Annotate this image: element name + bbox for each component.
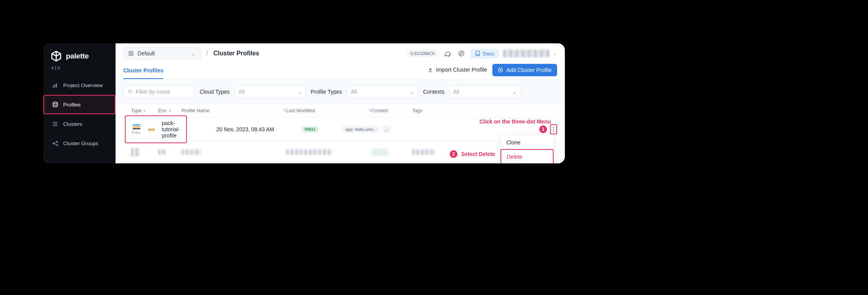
annotation-step1-badge: 1	[539, 125, 547, 133]
chevron-down-icon: ⌄	[409, 89, 414, 95]
cloud-types-value: All	[239, 89, 245, 95]
list-icon	[52, 121, 59, 127]
tag-more[interactable]: ...	[383, 126, 391, 133]
cloud-types-select[interactable]: All ⌄	[235, 85, 306, 98]
add-cluster-profile-button[interactable]: Add Cluster Profile	[492, 64, 557, 76]
contexts-select[interactable]: All ⌄	[449, 85, 521, 98]
chevron-down-icon: ⌄	[512, 89, 517, 95]
svg-point-24	[553, 129, 554, 130]
annotation-step2-badge: 2	[450, 150, 457, 158]
aws-logo-icon: aws	[148, 127, 155, 132]
chevron-down-icon: ⌄	[297, 89, 302, 95]
book-icon	[475, 51, 480, 56]
dots-vertical-icon	[553, 127, 554, 132]
database-icon	[52, 101, 59, 108]
profile-types-label: Profile Types	[311, 89, 342, 95]
chat-icon[interactable]	[442, 48, 452, 58]
profile-types-select[interactable]: All ⌄	[347, 85, 418, 98]
svg-rect-0	[53, 85, 53, 87]
main-content: Default ⌄ / Cluster Profiles 0.61/100kCh…	[116, 43, 565, 163]
table-row[interactable]: 2 Select Delete Clone Delete	[116, 142, 565, 163]
sidebar-item-label: Clusters	[63, 121, 83, 127]
last-modified-value: 20 Nov, 2023, 08:43 AM	[216, 126, 302, 132]
brand-name: palette	[66, 52, 89, 60]
import-cluster-profile-button[interactable]: Import Cluster Profile	[428, 67, 487, 77]
profile-types-value: All	[351, 89, 357, 95]
add-label: Add Cluster Profile	[506, 67, 552, 73]
menu-item-delete[interactable]: Delete	[500, 149, 554, 163]
sidebar-item-project-overview[interactable]: Project Overview	[43, 75, 116, 95]
svg-line-11	[54, 143, 57, 145]
sidebar-item-clusters[interactable]: Clusters	[43, 114, 116, 134]
sidebar-item-profiles[interactable]: Profiles	[43, 95, 116, 114]
topbar-right: 0.61/100kCh Docs ⌄	[407, 48, 557, 58]
cloud-types-label: Cloud Types	[200, 89, 230, 95]
docs-button[interactable]: Docs	[470, 49, 499, 58]
three-dot-menu-button[interactable]	[550, 124, 557, 134]
scope-selector[interactable]: Default ⌄	[123, 47, 201, 60]
chevron-down-icon: ⌄	[191, 50, 196, 57]
sort-icon: ⇅	[168, 109, 171, 113]
annotation-step2-text: Select Delete	[461, 151, 495, 157]
sidebar: palette 4.1.9 Project Overview Profiles …	[43, 43, 116, 163]
col-type[interactable]: Type⇅	[131, 108, 158, 113]
search-input[interactable]: Filter by name	[123, 85, 195, 98]
nodes-icon	[52, 140, 59, 147]
user-menu[interactable]	[503, 50, 549, 57]
type-label: FULL	[132, 130, 141, 134]
annotation-step2: 2 Select Delete	[450, 150, 495, 158]
breadcrumb-current: Cluster Profiles	[213, 50, 259, 57]
app-window: palette 4.1.9 Project Overview Profiles …	[43, 43, 565, 163]
col-env[interactable]: Env⇅	[158, 108, 181, 113]
sidebar-item-label: Cluster Groups	[63, 141, 98, 146]
download-icon	[428, 67, 433, 72]
table-row[interactable]: Click on the three-dot Menu FULL aws pac…	[116, 118, 565, 142]
col-name[interactable]: Profile Name⇅	[181, 108, 286, 113]
svg-point-7	[53, 143, 54, 144]
contexts-value: All	[454, 89, 460, 95]
annotation-step1-text: Click on the three-dot Menu	[480, 118, 551, 125]
plus-circle-icon	[498, 67, 503, 73]
nav: Project Overview Profiles Clusters Clust…	[43, 75, 116, 153]
import-label: Import Cluster Profile	[436, 67, 487, 73]
col-modified[interactable]: Last Modified⇅	[286, 108, 371, 113]
chevron-down-icon: ⌄	[553, 51, 557, 56]
version-label: 4.1.9	[43, 64, 116, 75]
context-menu: Clone Delete	[501, 135, 553, 163]
svg-marker-17	[460, 52, 462, 55]
tab-cluster-profiles[interactable]: Cluster Profiles	[123, 64, 163, 79]
topbar: Default ⌄ / Cluster Profiles 0.61/100kCh…	[116, 43, 565, 60]
stack-icon	[133, 124, 140, 130]
compass-icon[interactable]	[456, 48, 466, 58]
search-placeholder: Filter by name	[136, 89, 170, 95]
tag-chip: app: hello-univ...	[342, 126, 380, 133]
usage-pill: 0.61/100kCh	[407, 50, 438, 57]
svg-point-21	[128, 90, 131, 93]
menu-item-clone[interactable]: Clone	[501, 135, 553, 149]
svg-rect-15	[131, 54, 133, 56]
sidebar-item-label: Project Overview	[63, 82, 103, 88]
profile-name: pack-tutorial-profile	[162, 120, 180, 139]
type-badge: FULL	[132, 124, 141, 134]
chart-bar-icon	[52, 82, 59, 89]
sidebar-item-cluster-groups[interactable]: Cluster Groups	[43, 134, 116, 153]
svg-point-16	[459, 51, 464, 57]
tabs-actions: Import Cluster Profile Add Cluster Profi…	[428, 64, 557, 79]
brand-logo-icon	[50, 50, 62, 62]
context-badge: PROJ	[302, 126, 318, 133]
col-context: Context	[371, 108, 412, 113]
svg-rect-13	[131, 51, 133, 53]
grid-icon	[128, 51, 134, 56]
breadcrumb-separator: /	[206, 50, 208, 57]
svg-point-8	[57, 141, 58, 142]
svg-point-3	[53, 102, 57, 103]
tabs-row: Cluster Profiles Import Cluster Profile …	[116, 60, 565, 80]
svg-rect-1	[54, 84, 55, 87]
svg-line-22	[131, 93, 132, 94]
contexts-label: Contexts	[423, 89, 444, 95]
search-icon	[128, 89, 133, 94]
scope-value: Default	[138, 50, 155, 57]
svg-line-10	[54, 142, 57, 143]
filters-bar: Filter by name Cloud Types All ⌄ Profile…	[116, 80, 565, 104]
svg-point-23	[553, 127, 554, 128]
